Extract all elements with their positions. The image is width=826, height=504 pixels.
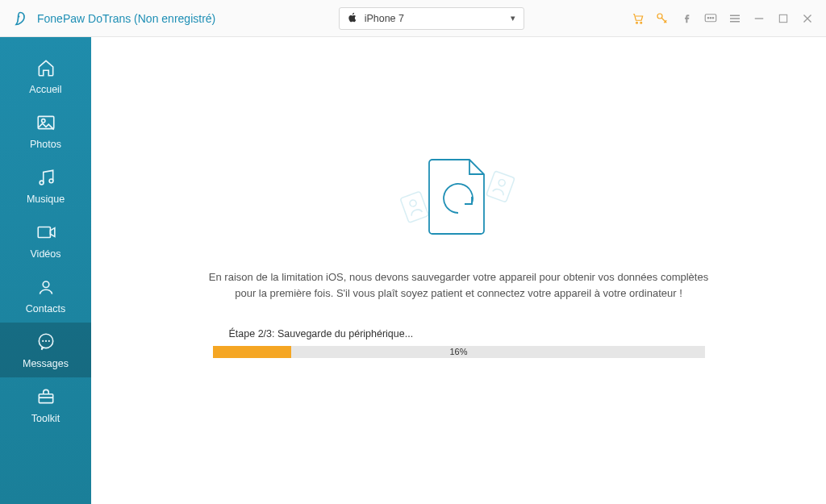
sidebar-item-toolkit[interactable]: Toolkit [0, 377, 91, 432]
feedback-icon[interactable] [703, 11, 718, 26]
svg-point-6 [710, 17, 711, 19]
svg-rect-13 [38, 227, 50, 238]
svg-point-12 [49, 179, 53, 183]
sidebar-item-messages[interactable]: Messages [0, 323, 91, 377]
sidebar: Accueil Photos Musique Vidéos Contacts [0, 37, 91, 504]
photos-icon [35, 111, 57, 134]
app-logo-icon [11, 10, 29, 27]
contacts-icon [35, 276, 57, 298]
messages-icon [35, 331, 57, 353]
backup-illustration [403, 150, 515, 247]
apple-icon [348, 12, 358, 25]
svg-point-5 [707, 17, 709, 19]
maximize-icon[interactable] [776, 11, 791, 26]
chevron-down-icon: ▾ [511, 13, 515, 23]
svg-rect-20 [400, 191, 428, 223]
progress-bar: 16% [213, 346, 705, 358]
app-title: FonePaw DoTrans (Non enregistré) [37, 12, 215, 25]
svg-point-18 [48, 340, 49, 342]
sidebar-item-label: Toolkit [31, 413, 60, 424]
sidebar-item-contacts[interactable]: Contacts [0, 268, 91, 323]
device-name: iPhone 7 [365, 13, 404, 24]
svg-point-7 [712, 17, 714, 19]
svg-rect-19 [39, 394, 52, 403]
close-icon[interactable] [800, 11, 815, 26]
svg-rect-22 [486, 171, 514, 202]
svg-point-10 [41, 119, 44, 123]
sidebar-item-label: Vidéos [31, 248, 61, 260]
sidebar-item-label: Photos [30, 139, 61, 150]
svg-point-14 [43, 281, 49, 288]
svg-point-21 [408, 199, 416, 207]
minimize-icon[interactable] [752, 11, 766, 26]
music-icon [35, 166, 57, 189]
info-line-1: En raison de la limitation iOS, nous dev… [209, 271, 708, 283]
sidebar-item-label: Accueil [29, 84, 61, 95]
main-panel: En raison de la limitation iOS, nous dev… [91, 37, 826, 504]
sidebar-item-music[interactable]: Musique [0, 158, 91, 213]
svg-point-16 [42, 340, 44, 342]
facebook-icon[interactable] [679, 11, 694, 26]
videos-icon [35, 221, 57, 244]
svg-point-0 [18, 15, 19, 17]
sidebar-item-videos[interactable]: Vidéos [0, 213, 91, 268]
info-text: En raison de la limitation iOS, nous dev… [209, 269, 708, 301]
svg-point-11 [40, 181, 44, 185]
svg-point-23 [498, 179, 506, 187]
svg-rect-8 [779, 15, 786, 22]
svg-point-2 [640, 22, 642, 23]
titlebar: FonePaw DoTrans (Non enregistré) iPhone … [0, 0, 826, 37]
cart-icon[interactable] [631, 11, 645, 26]
menu-icon[interactable] [728, 11, 742, 26]
sidebar-item-label: Messages [23, 358, 69, 369]
sidebar-item-label: Contacts [26, 303, 65, 314]
home-icon [35, 56, 57, 79]
svg-point-17 [44, 340, 46, 342]
toolkit-icon [35, 385, 57, 408]
sidebar-item-home[interactable]: Accueil [0, 48, 91, 103]
sidebar-item-label: Musique [27, 194, 65, 205]
svg-point-1 [636, 22, 638, 23]
svg-point-3 [657, 14, 662, 19]
progress-label: 16% [213, 346, 705, 358]
sidebar-item-photos[interactable]: Photos [0, 103, 91, 158]
key-icon[interactable] [655, 11, 670, 26]
info-line-2: pour la première fois. S'il vous plaît s… [235, 287, 682, 299]
step-text: Étape 2/3: Sauvegarde du périphérique... [229, 328, 705, 339]
toolbar-icons [631, 11, 818, 26]
device-selector[interactable]: iPhone 7 ▾ [339, 7, 524, 30]
